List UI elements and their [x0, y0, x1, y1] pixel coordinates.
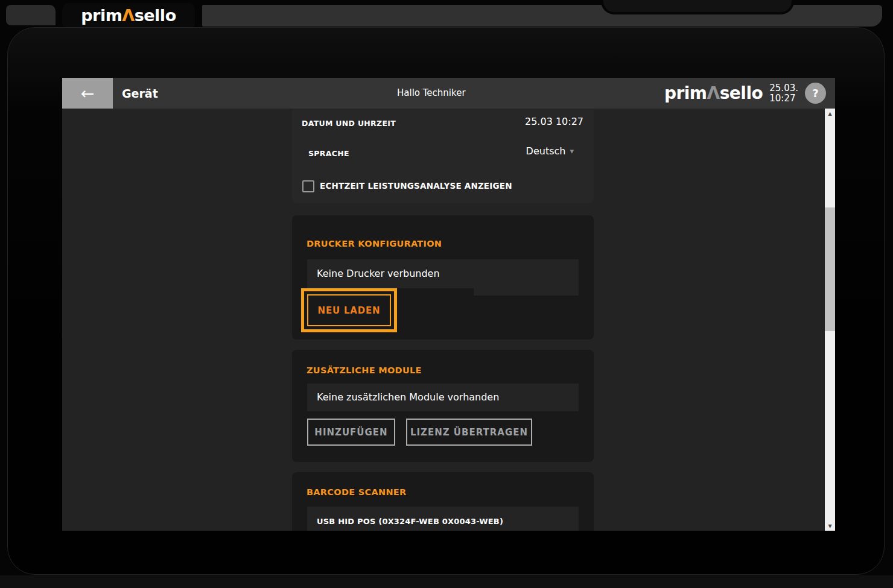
datetime-label: DATUM UND UHRZEIT	[302, 119, 396, 128]
barcode-scanner-card: BARCODE SCANNER USB HID POS (0X324F-WEB …	[292, 472, 594, 531]
language-value: Deutsch	[526, 145, 566, 157]
primasello-logo: primΛsello	[81, 6, 176, 25]
printer-empty-row: Keine Drucker verbunden	[307, 259, 579, 288]
header-date: 25.03.	[769, 83, 798, 93]
add-module-button[interactable]: HINZUFÜGEN	[307, 419, 395, 446]
transfer-license-button[interactable]: LIZENZ ÜBERTRAGEN	[406, 419, 532, 446]
barcode-device-row[interactable]: USB HID POS (0X324F-WEB 0X0043-WEB)	[307, 507, 579, 531]
datetime-value: 25.03 10:27	[525, 116, 583, 127]
general-settings-card: DATUM UND UHRZEIT 25.03 10:27 SPRACHE De…	[292, 109, 594, 203]
primasello-header-logo: primΛsello	[664, 83, 763, 103]
chevron-down-icon: ▾	[570, 147, 574, 156]
scroll-down-icon[interactable]: ▼	[825, 522, 835, 530]
reload-printers-button[interactable]: NEU LADEN	[307, 294, 391, 326]
question-mark-icon: ?	[812, 87, 818, 100]
vertical-scrollbar[interactable]: ▲ ▼	[825, 109, 835, 531]
language-select[interactable]: Deutsch ▾	[526, 145, 574, 157]
chrome-bottom-band	[0, 575, 893, 588]
scroll-up-icon[interactable]: ▲	[825, 109, 835, 118]
printer-section-heading: DRUCKER KONFIGURATION	[307, 239, 442, 248]
chrome-top-notch	[603, 0, 792, 12]
header-datetime: 25.03. 10:27	[769, 83, 798, 103]
settings-scroll-area: DATUM UND UHRZEIT 25.03 10:27 SPRACHE De…	[62, 109, 825, 531]
additional-modules-card: ZUSÄTZLICHE MODULE Keine zusätzlichen Mo…	[292, 350, 594, 462]
header-time: 10:27	[769, 93, 798, 103]
realtime-analysis-label: ECHTZEIT LEISTUNGSANALYSE ANZEIGEN	[320, 181, 512, 191]
modules-empty-row: Keine zusätzlichen Module vorhanden	[307, 384, 579, 411]
back-button[interactable]: ←	[62, 78, 113, 109]
action-highlight-frame: NEU LADEN	[301, 288, 397, 332]
printer-list-fragment	[474, 288, 579, 296]
modules-button-row: HINZUFÜGEN LIZENZ ÜBERTRAGEN	[307, 419, 532, 446]
header-right-group: primΛsello 25.03. 10:27 ?	[664, 83, 835, 104]
browser-tab-primasello[interactable]: primΛsello	[62, 3, 195, 27]
app-header: ← Gerät Hallo Techniker primΛsello 25.03…	[62, 78, 835, 109]
page-title: Gerät	[122, 87, 158, 100]
back-arrow-icon: ←	[81, 84, 95, 103]
realtime-analysis-checkbox[interactable]	[302, 180, 314, 192]
screen-background: primΛsello ← Gerät Hallo Techniker primΛ…	[0, 0, 893, 588]
logo-lambda-icon: Λ	[707, 83, 720, 103]
printer-configuration-card: DRUCKER KONFIGURATION Keine Drucker verb…	[292, 215, 594, 340]
modules-section-heading: ZUSÄTZLICHE MODULE	[307, 365, 422, 375]
help-button[interactable]: ?	[805, 83, 826, 104]
language-label: SPRACHE	[308, 149, 349, 158]
scrollbar-thumb[interactable]	[825, 207, 835, 331]
app-window: ← Gerät Hallo Techniker primΛsello 25.03…	[62, 78, 835, 531]
user-greeting: Hallo Techniker	[397, 87, 466, 98]
barcode-section-heading: BARCODE SCANNER	[307, 487, 407, 497]
logo-lambda-icon: Λ	[122, 6, 134, 25]
chrome-left-stub	[6, 5, 56, 25]
